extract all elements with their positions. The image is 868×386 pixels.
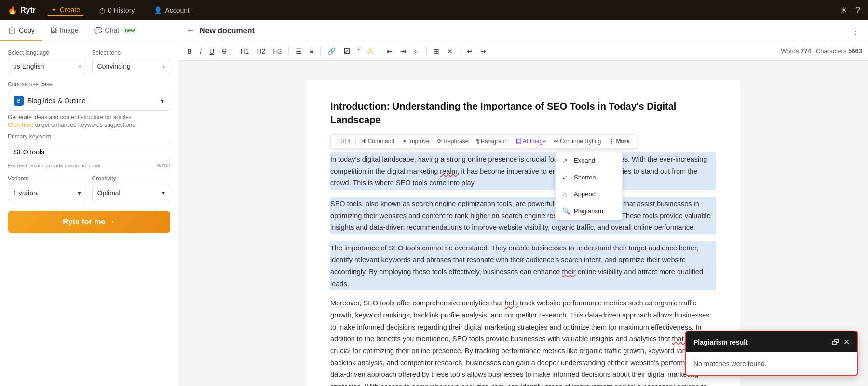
expand-option[interactable]: ↗ Expand [556,152,622,169]
clear-format-button[interactable]: ✕ [444,45,456,57]
expand-icon: ↗ [562,157,570,164]
nav-logo[interactable]: 🔥 Rytr [8,6,36,15]
language-group: Select language us English ▾ [8,49,86,74]
command-icon: ⌘ [361,138,366,145]
toolbar-sep-2 [288,47,289,55]
shorten-label: Shorten [574,174,596,181]
creativity-group: Creativity Optimal ▾ [92,175,171,201]
h3-button[interactable]: H3 [270,45,285,57]
keyword-count: 9/200 [157,163,170,168]
strike-button[interactable]: S [219,45,229,57]
continue-icon: ↩ [554,138,558,145]
plagiarism-close-button[interactable]: ✕ [843,337,850,346]
use-case-link-line: Click here to get enhanced keywords sugg… [8,122,170,128]
ai-image-button[interactable]: 🖼 AI Image [513,137,549,146]
variants-label: Variants [8,175,86,182]
quote-button[interactable]: " [355,45,363,57]
append-option[interactable]: △ Append [556,186,622,203]
h2-button[interactable]: H2 [254,45,268,57]
realm-text: realm [440,167,457,175]
link-button[interactable]: 🔗 [325,45,339,57]
continue-ryting-button[interactable]: ↩ Continue Ryting [551,137,604,146]
use-case-link[interactable]: Click here [8,122,33,128]
command-button[interactable]: ⌘ Command [358,137,397,146]
shorten-option[interactable]: ↙ Shorten [556,169,622,186]
language-select[interactable]: us English ▾ [8,58,86,74]
chat-new-badge: new [122,27,137,34]
doc-heading: Introduction: Understanding the Importan… [330,99,716,126]
tone-value: Convincing [97,62,131,70]
variants-select[interactable]: 1 variant ▾ [8,185,86,201]
creativity-chevron-icon: ▾ [162,189,165,197]
copy-tab-icon: 📋 [8,27,16,34]
plagiarism-label: Plagiarism [574,207,603,215]
theme-icon[interactable]: ☀ [840,5,848,15]
tab-chat[interactable]: 💬 Chat new [86,20,146,41]
paragraph-button[interactable]: ¶ Paragraph [473,137,511,146]
keyword-input[interactable] [8,143,170,161]
plagiarism-body: No matches were found. [686,352,857,375]
sidebar-tabs: 📋 Copy 🖼 Image 💬 Chat new [0,20,178,41]
ryte-for-me-button[interactable]: Ryte for me → [8,211,170,233]
variants-value: 1 variant [13,189,39,197]
nav-account[interactable]: 👤 Account [150,4,193,16]
chat-tab-icon: 💬 [94,27,102,34]
tab-image[interactable]: 🖼 Image [42,20,86,41]
plagiarism-icon: 🔍 [562,207,570,215]
undo-button[interactable]: ↩ [464,45,475,57]
table-button[interactable]: ⊞ [431,45,442,57]
bold-button[interactable]: B [184,45,195,57]
use-case-section: Choose use case B Blog Idea & Outline ▾ … [8,81,170,128]
redo-button[interactable]: ↪ [477,45,489,57]
doc-menu-icon[interactable]: ⋮ [852,26,860,36]
logo-icon: 🔥 [8,6,17,15]
nav-account-label: Account [165,6,190,14]
align-left-button[interactable]: ⇤ [384,45,395,57]
align-center-button[interactable]: ⇥ [397,45,409,57]
image-button[interactable]: 🖼 [340,45,353,57]
toolbar: B I U S H1 H2 H3 ☰ ≡ 🔗 🖼 " A ⇤ ⇥ ⇦ ⊞ ✕ ↩… [178,41,868,61]
append-icon: △ [562,191,570,198]
inline-sep-1 [355,138,356,145]
list-ul-button[interactable]: ☰ [293,45,305,57]
keyword-hint: For best results provide maximum input 9… [8,163,170,168]
tab-copy[interactable]: 📋 Copy [0,20,42,41]
ai-image-icon: 🖼 [515,138,521,145]
plagiarism-option[interactable]: 🔍 Plagiarism [556,203,622,220]
nav-create[interactable]: ✦ Create [47,4,84,16]
plagiarism-minimize-button[interactable]: 🗗 [832,338,840,346]
top-nav: 🔥 Rytr ✦ Create ◷ 0 History 👤 Account ☀ … [0,0,868,20]
use-case-select[interactable]: B Blog Idea & Outline ▾ [8,91,170,111]
underline-button[interactable]: U [206,45,217,57]
italic-button[interactable]: I [197,45,204,57]
inline-char-count: 1014 [335,137,353,146]
language-tone-row: Select language us English ▾ Select tone… [8,49,170,74]
shorten-icon: ↙ [562,174,570,181]
highlight-button[interactable]: A [365,45,375,57]
rephrase-icon: ⟳ [437,138,442,145]
tone-select[interactable]: Convincing ▾ [92,58,171,74]
chat-tab-label: Chat [105,27,120,34]
paragraph-icon: ¶ [476,138,479,145]
use-case-desc: Generate ideas and content structure for… [8,114,170,121]
nav-history[interactable]: ◷ 0 History [95,4,138,16]
paragraph-1: In today's digital landscape, having a s… [330,152,716,190]
rephrase-button[interactable]: ⟳ Rephrase [434,137,471,146]
plagiarism-title: Plagiarism result [693,338,748,346]
image-tab-label: Image [60,27,79,34]
chars-stat: Characters 5663 [816,47,862,55]
keyword-label: Primary keyword [8,133,170,140]
h1-button[interactable]: H1 [237,45,252,57]
dropdown-menu: ↗ Expand ↙ Shorten △ Append 🔍 [555,152,623,220]
creativity-select[interactable]: Optimal ▾ [92,185,171,201]
their-text: their [562,268,575,276]
improve-button[interactable]: ✦ Improve [399,137,432,146]
paragraph-4: Moreover, SEO tools offer comprehensive … [330,297,716,386]
plagiarism-result-text: No matches were found. [693,360,767,368]
align-right-button[interactable]: ⇦ [411,45,422,57]
help-icon[interactable]: ? [855,5,860,15]
keyword-section: Primary keyword For best results provide… [8,133,170,168]
more-button[interactable]: ⋮ More [606,137,633,146]
back-button[interactable]: ← [186,26,195,36]
list-ol-button[interactable]: ≡ [307,45,316,57]
